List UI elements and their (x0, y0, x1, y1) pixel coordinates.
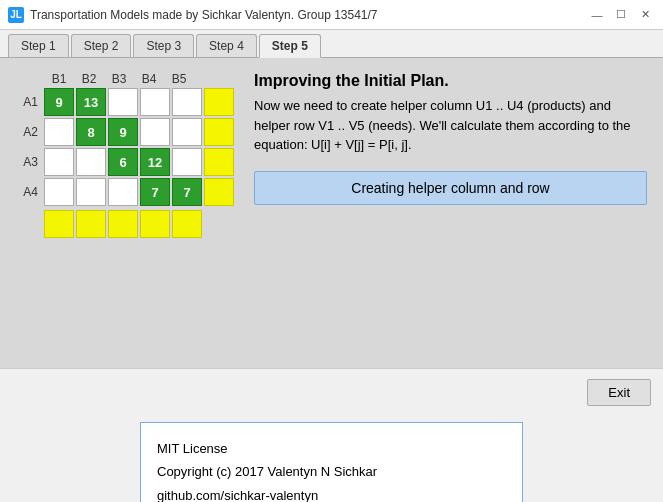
cell-a2-b5 (172, 118, 202, 146)
cell-a3-b3: 6 (108, 148, 138, 176)
titlebar-left: JL Transportation Models made by Sichkar… (8, 7, 378, 23)
cell-a2-side (204, 118, 234, 146)
titlebar-controls: — ☐ ✕ (587, 5, 655, 25)
cell-a2-b1 (44, 118, 74, 146)
cell-a2-b3: 9 (108, 118, 138, 146)
titlebar: JL Transportation Models made by Sichkar… (0, 0, 663, 30)
cell-a3-b5 (172, 148, 202, 176)
bottom-yellow-4 (140, 210, 170, 238)
tab-step4[interactable]: Step 4 (196, 34, 257, 57)
col-headers: B1 B2 B3 B4 B5 (44, 72, 234, 86)
cell-a4-b2 (76, 178, 106, 206)
close-button[interactable]: ✕ (635, 5, 655, 25)
license-line2: Copyright (c) 2017 Valentyn N Sichkar (157, 460, 506, 483)
app-icon: JL (8, 7, 24, 23)
cell-a1-b3 (108, 88, 138, 116)
cell-a4-b3 (108, 178, 138, 206)
col-header-b3: B3 (104, 72, 134, 86)
cell-a2-b2: 8 (76, 118, 106, 146)
cell-a4-b1 (44, 178, 74, 206)
cell-a1-b1: 9 (44, 88, 74, 116)
bottom-yellow-3 (108, 210, 138, 238)
exit-button[interactable]: Exit (587, 379, 651, 406)
cell-a4-b4: 7 (140, 178, 170, 206)
grid-row-a1: A1 9 13 (16, 88, 234, 116)
cell-a3-b2 (76, 148, 106, 176)
row-label-a1: A1 (16, 95, 42, 109)
action-button[interactable]: Creating helper column and row (254, 171, 647, 205)
col-header-b2: B2 (74, 72, 104, 86)
bottom-yellow-5 (172, 210, 202, 238)
row-label-a3: A3 (16, 155, 42, 169)
bottom-yellow-1 (44, 210, 74, 238)
main-content: B1 B2 B3 B4 B5 A1 9 13 A2 8 9 (0, 58, 663, 368)
cell-a3-b1 (44, 148, 74, 176)
cell-a4-side (204, 178, 234, 206)
tab-step5[interactable]: Step 5 (259, 34, 321, 58)
cell-a4-b5: 7 (172, 178, 202, 206)
col-header-b5: B5 (164, 72, 194, 86)
license-line1: MIT License (157, 437, 506, 460)
col-header-b4: B4 (134, 72, 164, 86)
bottom-yellow-row (44, 210, 234, 238)
grid-row-a4: A4 7 7 (16, 178, 234, 206)
info-block: Improving the Initial Plan. Now we need … (254, 72, 647, 155)
bottom-yellow-2 (76, 210, 106, 238)
info-title: Improving the Initial Plan. (254, 72, 647, 90)
tab-step3[interactable]: Step 3 (133, 34, 194, 57)
titlebar-title: Transportation Models made by Sichkar Va… (30, 8, 378, 22)
tab-step2[interactable]: Step 2 (71, 34, 132, 57)
cell-a1-b2: 13 (76, 88, 106, 116)
tab-step1[interactable]: Step 1 (8, 34, 69, 57)
col-header-b1: B1 (44, 72, 74, 86)
maximize-button[interactable]: ☐ (611, 5, 631, 25)
license-line3: github.com/sichkar-valentyn (157, 484, 506, 502)
cell-a1-side (204, 88, 234, 116)
cell-a2-b4 (140, 118, 170, 146)
cell-a1-b5 (172, 88, 202, 116)
minimize-button[interactable]: — (587, 5, 607, 25)
grid-row-a3: A3 6 12 (16, 148, 234, 176)
cell-a1-b4 (140, 88, 170, 116)
cell-a3-side (204, 148, 234, 176)
license-area: MIT License Copyright (c) 2017 Valentyn … (140, 422, 523, 502)
grid-area: B1 B2 B3 B4 B5 A1 9 13 A2 8 9 (16, 72, 234, 354)
info-area: Improving the Initial Plan. Now we need … (254, 72, 647, 354)
cell-a3-b4: 12 (140, 148, 170, 176)
grid-rows: A1 9 13 A2 8 9 A3 (16, 88, 234, 206)
grid-row-a2: A2 8 9 (16, 118, 234, 146)
info-text: Now we need to create helper column U1 .… (254, 96, 647, 155)
row-label-a2: A2 (16, 125, 42, 139)
bottom-bar: Exit (0, 368, 663, 416)
row-label-a4: A4 (16, 185, 42, 199)
tabbar: Step 1 Step 2 Step 3 Step 4 Step 5 (0, 30, 663, 58)
